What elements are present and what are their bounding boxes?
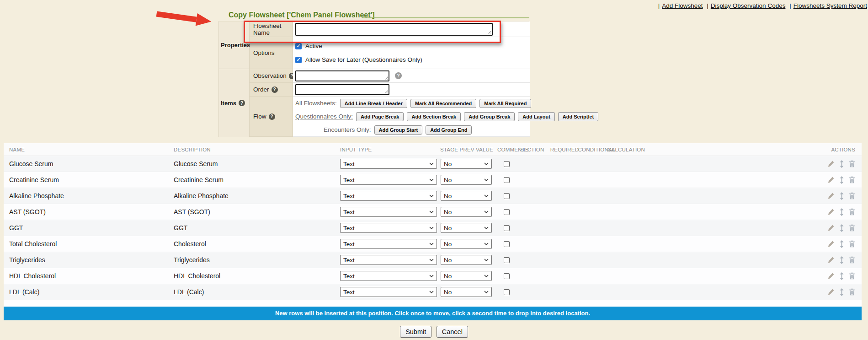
chevron-down-icon: [429, 210, 434, 213]
item-name: Glucose Serum: [4, 156, 174, 172]
input-type-select[interactable]: Text: [340, 239, 437, 249]
chevron-down-icon: [429, 162, 434, 165]
item-description: HDL Cholesterol: [174, 268, 338, 284]
help-icon[interactable]: ?: [239, 100, 245, 106]
insert-position-bar[interactable]: New rows will be inserted at this positi…: [4, 307, 862, 320]
delete-icon[interactable]: [849, 192, 855, 200]
comments-checkbox[interactable]: [504, 241, 510, 247]
add-line-break-header-button[interactable]: Add Line Break / Header: [340, 99, 407, 108]
allow-save-for-later-checkbox[interactable]: ✓: [295, 57, 302, 63]
input-type-select[interactable]: Text: [340, 271, 437, 281]
top-nav: |Add Flowsheet |Display Observation Code…: [656, 2, 867, 9]
help-icon[interactable]: ?: [269, 113, 275, 120]
cancel-button[interactable]: Cancel: [437, 326, 468, 338]
stage-prev-value-select[interactable]: No: [441, 271, 492, 281]
comments-checkbox[interactable]: [504, 225, 510, 231]
stage-prev-value-select[interactable]: No: [441, 191, 492, 201]
input-type-select[interactable]: Text: [340, 223, 437, 233]
edit-icon[interactable]: [827, 208, 835, 216]
delete-icon[interactable]: [849, 160, 855, 167]
comments-checkbox[interactable]: [504, 257, 510, 263]
mark-all-required-button[interactable]: Mark All Required: [479, 99, 531, 108]
move-row-icon[interactable]: [839, 272, 844, 280]
mark-all-recommended-button[interactable]: Mark All Recommended: [410, 99, 476, 108]
allow-save-for-later-label: Allow Save for Later (Questionnaires Onl…: [305, 56, 422, 63]
move-row-icon[interactable]: [839, 208, 844, 216]
add-layout-button[interactable]: Add Layout: [518, 112, 555, 121]
edit-icon[interactable]: [827, 272, 835, 280]
move-row-icon[interactable]: [839, 176, 844, 184]
input-type-select[interactable]: Text: [340, 175, 437, 185]
help-icon[interactable]: ?: [272, 86, 278, 93]
comments-checkbox[interactable]: [504, 289, 510, 295]
stage-prev-value-select[interactable]: No: [441, 175, 492, 185]
move-row-icon[interactable]: [839, 224, 844, 232]
move-row-icon[interactable]: [839, 160, 844, 168]
header-spacer: [640, 143, 820, 156]
delete-icon[interactable]: [849, 224, 855, 232]
delete-icon[interactable]: [849, 288, 855, 296]
item-calculation: [612, 204, 640, 220]
input-type-select[interactable]: Text: [340, 207, 437, 217]
col-header-description: DESCRIPTION: [174, 143, 338, 156]
add-group-break-button[interactable]: Add Group Break: [464, 112, 515, 121]
item-conditional: [580, 156, 612, 172]
add-group-end-button[interactable]: Add Group End: [426, 125, 472, 135]
flowsheets-system-report-link[interactable]: Flowsheets System Report: [793, 2, 867, 9]
move-row-icon[interactable]: [839, 256, 844, 264]
input-type-select[interactable]: Text: [340, 191, 437, 201]
input-type-select[interactable]: Text: [340, 159, 437, 169]
input-type-select[interactable]: Text: [340, 255, 437, 265]
comments-checkbox[interactable]: [504, 193, 510, 199]
edit-icon[interactable]: [827, 240, 835, 248]
add-flowsheet-link[interactable]: Add Flowsheet: [662, 2, 703, 9]
order-input[interactable]: [295, 84, 389, 95]
submit-button[interactable]: Submit: [400, 326, 431, 338]
stage-prev-value-select[interactable]: No: [441, 255, 492, 265]
display-observation-codes-link[interactable]: Display Observation Codes: [711, 2, 786, 9]
move-row-icon[interactable]: [839, 192, 844, 200]
edit-icon[interactable]: [827, 160, 835, 167]
flowsheet-name-input[interactable]: [295, 23, 493, 36]
active-checkbox[interactable]: ✓: [295, 43, 302, 49]
stage-prev-value-select[interactable]: No: [441, 223, 492, 233]
edit-icon[interactable]: [827, 192, 835, 200]
stage-prev-value-select[interactable]: No: [441, 207, 492, 217]
add-section-break-button[interactable]: Add Section Break: [407, 112, 461, 121]
add-group-start-button[interactable]: Add Group Start: [374, 125, 423, 135]
comments-checkbox[interactable]: [504, 273, 510, 279]
item-conditional: [580, 284, 612, 300]
edit-icon[interactable]: [827, 288, 835, 296]
stage-prev-value-select[interactable]: No: [441, 159, 492, 169]
input-type-select[interactable]: Text: [340, 287, 437, 297]
edit-icon[interactable]: [827, 224, 835, 232]
item-name: LDL (Calc): [4, 284, 174, 300]
item-calculation: [612, 236, 640, 252]
delete-icon[interactable]: [849, 256, 855, 264]
observation-input[interactable]: [295, 70, 389, 81]
flow-cell: All Flowsheets: Add Line Break / HeaderM…: [293, 97, 530, 137]
delete-icon[interactable]: [849, 208, 855, 216]
comments-checkbox[interactable]: [504, 209, 510, 215]
stage-prev-value-select[interactable]: No: [441, 287, 492, 297]
item-calculation: [612, 156, 640, 172]
move-row-icon[interactable]: [839, 288, 844, 296]
comments-checkbox[interactable]: [504, 161, 510, 167]
add-scriptlet-button[interactable]: Add Scriptlet: [558, 112, 598, 121]
item-description: Triglycerides: [174, 252, 338, 268]
delete-icon[interactable]: [849, 272, 855, 280]
help-icon[interactable]: ?: [395, 72, 402, 79]
active-checkbox-label: Active: [305, 43, 322, 49]
edit-icon[interactable]: [827, 176, 835, 183]
stage-prev-value-select[interactable]: No: [441, 239, 492, 249]
move-row-icon[interactable]: [839, 240, 844, 248]
item-description: Creatinine Serum: [174, 172, 338, 188]
comments-checkbox[interactable]: [504, 177, 510, 183]
delete-icon[interactable]: [849, 240, 855, 248]
add-page-break-button[interactable]: Add Page Break: [356, 112, 404, 121]
annotation-arrow-icon: [156, 8, 213, 28]
edit-icon[interactable]: [827, 256, 835, 264]
delete-icon[interactable]: [849, 176, 855, 183]
flow-label: Flow ?: [250, 97, 293, 137]
table-row: Creatinine Serum Creatinine Serum Text N…: [4, 172, 862, 188]
